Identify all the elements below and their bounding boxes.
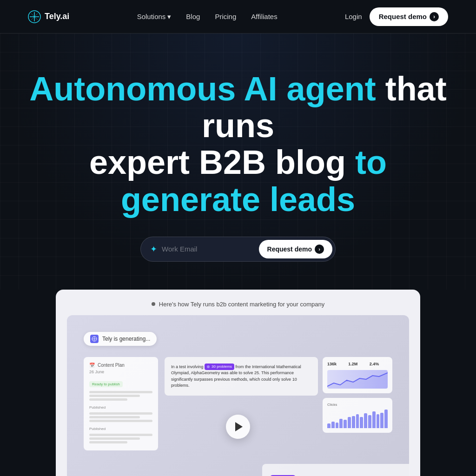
- nav-affiliates[interactable]: Affiliates: [251, 13, 277, 20]
- panel-section: Published: [89, 405, 152, 422]
- bar: [364, 413, 367, 428]
- skeleton: [89, 391, 152, 393]
- metrics-box: 136k 1.2M 2.4%: [323, 357, 392, 393]
- panel-section-2: Published: [89, 427, 152, 443]
- skeleton: [89, 395, 140, 397]
- nav-actions: Login Request demo ›: [345, 7, 448, 26]
- video-section: Here's how Tely runs b2b content marketi…: [56, 290, 420, 476]
- highlight-badge: 30 problems: [205, 364, 234, 370]
- flow-row: AI algorithms → Enhance → Mathematical P…: [269, 474, 409, 476]
- nav-links: Solutions ▾ Blog Pricing Affiliates: [137, 13, 278, 21]
- video-wrapper: Here's how Tely runs b2b content marketi…: [0, 290, 476, 476]
- bar-chart: [327, 410, 388, 428]
- bar: [377, 414, 380, 428]
- bar: [336, 423, 339, 428]
- bar: [356, 414, 359, 428]
- email-form: ✦ Request demo ›: [140, 237, 336, 262]
- request-demo-button[interactable]: Request demo ›: [259, 240, 332, 258]
- skeleton: [89, 437, 140, 440]
- navbar: Tely.ai Solutions ▾ Blog Pricing Affilia…: [0, 0, 476, 33]
- bar: [339, 419, 343, 428]
- nav-solutions[interactable]: Solutions ▾: [137, 13, 172, 21]
- ready-badge: Ready to publish: [89, 381, 123, 387]
- arrow-icon: ›: [430, 12, 439, 21]
- play-button[interactable]: [226, 415, 250, 439]
- nav-blog[interactable]: Blog: [186, 13, 200, 20]
- logo[interactable]: Tely.ai: [28, 10, 69, 23]
- bar: [360, 417, 363, 428]
- skeleton: [89, 398, 127, 401]
- skeleton: [89, 416, 140, 418]
- skeleton: [89, 420, 152, 422]
- login-button[interactable]: Login: [345, 13, 362, 20]
- sparkle-icon: ✦: [150, 244, 157, 254]
- arrow-icon-cta: ›: [315, 245, 324, 254]
- brand-name: Tely.ai: [45, 12, 69, 21]
- content-plan-panel: 📅 Content Plan 26 June Ready to publish …: [84, 357, 158, 450]
- skeleton: [89, 441, 127, 443]
- stats-numbers: 136k 1.2M 2.4%: [327, 362, 388, 366]
- mini-line-chart: [327, 370, 388, 389]
- bar: [331, 422, 335, 428]
- bar: [368, 415, 371, 428]
- bar: [327, 423, 331, 428]
- bar: [380, 413, 383, 428]
- bar: [372, 411, 376, 428]
- stats-panel: 136k 1.2M 2.4% Clicks: [323, 357, 392, 433]
- chevron-down-icon: ▾: [167, 13, 171, 21]
- content-plan-title: 📅 Content Plan: [89, 363, 152, 368]
- bar: [384, 410, 388, 428]
- hero-section: Autonomous AI agent that runs expert B2B…: [0, 33, 476, 290]
- video-label: Here's how Tely runs b2b content marketi…: [67, 301, 409, 308]
- video-inner: Tely is generating... 📅 Content Plan 26 …: [67, 315, 409, 476]
- bar: [344, 420, 347, 428]
- skeleton: [89, 434, 152, 436]
- clicks-box: Clicks: [323, 398, 392, 433]
- video-container[interactable]: Tely is generating... 📅 Content Plan 26 …: [67, 315, 409, 476]
- article-text: In a test involving 30 problems from the…: [165, 357, 318, 396]
- tely-icon: [90, 335, 99, 343]
- email-input[interactable]: [162, 245, 259, 253]
- flow-diagram: AI algorithms → Enhance → Mathematical P…: [262, 464, 409, 476]
- generating-badge: Tely is generating...: [84, 332, 157, 346]
- hero-title: Autonomous AI agent that runs expert B2B…: [28, 71, 448, 218]
- bar: [352, 416, 355, 428]
- nav-pricing[interactable]: Pricing: [215, 13, 236, 20]
- request-demo-button-nav[interactable]: Request demo ›: [370, 7, 448, 26]
- dot-icon: [152, 302, 155, 306]
- skeleton: [89, 412, 152, 415]
- bar: [348, 417, 351, 428]
- center-text-panel: In a test involving 30 problems from the…: [165, 357, 318, 396]
